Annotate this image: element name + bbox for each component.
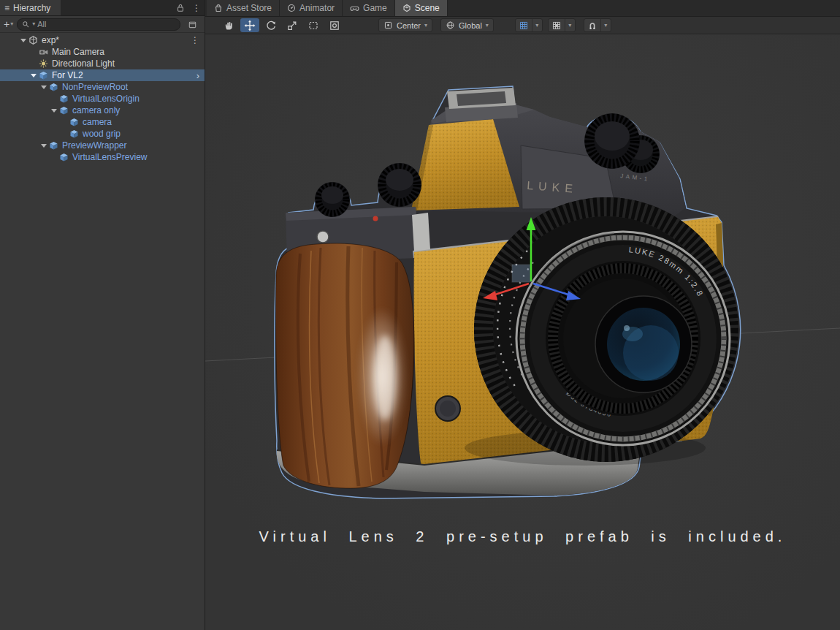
prefab-icon	[38, 70, 49, 80]
rect-tool[interactable]	[304, 18, 323, 32]
view-hand-tool[interactable]	[219, 18, 238, 32]
prefab-open-arrow[interactable]: ›	[196, 69, 199, 81]
silver-button	[317, 231, 329, 243]
lens: LUKE 28mm 1:2.8 Ø52 3784056	[474, 197, 738, 462]
hierarchy-row-camera[interactable]: camera	[0, 116, 205, 128]
animator-icon	[287, 4, 296, 12]
prefab-icon	[58, 105, 69, 115]
foldout-arrow[interactable]	[29, 74, 38, 77]
tab-game[interactable]: Game	[343, 0, 395, 16]
prefab-icon	[58, 94, 69, 104]
tab-animator[interactable]: Animator	[280, 0, 343, 16]
item-label: PreviewWrapper	[62, 140, 126, 151]
panel-menu-icon: ≡	[4, 4, 9, 12]
grid-visibility-button[interactable]: ▾	[515, 18, 543, 32]
rect-tool-icon	[308, 20, 319, 31]
hierarchy-row-nonpreviewroot[interactable]: NonPreviewRoot	[0, 81, 205, 93]
hierarchy-row-wood-grip[interactable]: wood grip	[0, 128, 205, 140]
hierarchy-row-previewwrapper[interactable]: PreviewWrapper	[0, 140, 205, 151]
foldout-arrow[interactable]	[50, 109, 58, 113]
scene-caption: Virtual Lens 2 pre-setup prefab is inclu…	[205, 528, 840, 545]
rotate-tool[interactable]	[261, 18, 280, 32]
center-pivot-icon	[383, 20, 393, 30]
pivot-label: Center	[397, 21, 421, 30]
item-label: VirtualLensPreview	[72, 152, 148, 162]
globe-icon	[446, 20, 455, 30]
hierarchy-row-virtuallensorigin[interactable]: VirtualLensOrigin	[0, 93, 205, 105]
item-label: For VL2	[52, 70, 83, 80]
tab-label: Animator	[299, 3, 335, 13]
scene-more-icon[interactable]: ⋮	[191, 34, 199, 46]
search-icon	[22, 20, 30, 29]
hierarchy-row-directional-light[interactable]: Directional Light	[0, 58, 205, 69]
search-input[interactable]: ▾ All	[17, 18, 180, 31]
item-label: wood grip	[83, 129, 121, 139]
hierarchy-panel: ≡ Hierarchy ⋮ +▾ ▾ All exp* ⋮	[0, 0, 205, 630]
hierarchy-row-scene[interactable]: exp* ⋮	[0, 34, 205, 46]
move-tool[interactable]	[240, 18, 259, 32]
search-filter-caret[interactable]: ▾	[32, 21, 35, 27]
add-object-button[interactable]: +▾	[4, 19, 13, 29]
camera-icon	[38, 47, 49, 57]
sync-port-inner	[440, 401, 456, 417]
item-label: Directional Light	[52, 58, 115, 69]
scale-tool[interactable]	[283, 18, 302, 32]
scene-toolbar: Center ▾ Global ▾ ▾ ▾ ▾	[205, 17, 840, 34]
snap-grid-icon	[551, 20, 562, 31]
prefab-icon	[48, 140, 59, 151]
transform-icon	[329, 20, 340, 31]
hierarchy-tree: exp* ⋮ Main Camera Directional Light For…	[0, 33, 205, 163]
pivot-dropdown[interactable]: Center ▾	[378, 18, 432, 32]
orientation-label: Global	[459, 21, 482, 30]
panel-more-icon[interactable]: ⋮	[188, 0, 205, 15]
unity-scene-icon	[28, 35, 39, 45]
scene-name: exp*	[42, 35, 59, 45]
foldout-arrow[interactable]	[39, 86, 48, 89]
prefab-icon	[69, 129, 80, 139]
search-value: All	[37, 20, 46, 29]
hierarchy-row-camera-only[interactable]: camera only	[0, 105, 205, 116]
snap-increment-button[interactable]: ▾	[548, 18, 576, 32]
foldout-arrow[interactable]	[39, 144, 48, 148]
orientation-dropdown[interactable]: Global ▾	[440, 18, 494, 32]
tab-scene[interactable]: Scene	[395, 0, 448, 16]
tab-label: Game	[363, 3, 387, 13]
hierarchy-row-main-camera[interactable]: Main Camera	[0, 46, 205, 58]
snap-settings-button[interactable]: ▾	[584, 18, 611, 32]
hierarchy-header: ≡ Hierarchy ⋮	[0, 0, 205, 16]
prefab-icon	[48, 82, 59, 92]
scene-viewport[interactable]: LUKE JAM-1	[205, 34, 840, 630]
view-tabbar: Asset Store Animator Game Scene	[205, 0, 840, 17]
move-icon	[244, 20, 256, 31]
grid-icon	[519, 20, 529, 31]
item-label: camera	[83, 117, 112, 127]
hand-icon	[223, 20, 234, 31]
wood-grip	[275, 243, 416, 488]
item-label: Main Camera	[52, 47, 104, 57]
hierarchy-row-virtuallenspreview[interactable]: VirtualLensPreview	[0, 151, 205, 163]
shutter-indicator	[373, 216, 378, 221]
scale-icon	[286, 20, 298, 31]
item-label: VirtualLensOrigin	[72, 94, 140, 104]
lock-icon[interactable]	[172, 0, 188, 15]
foldout-arrow[interactable]	[19, 39, 28, 42]
light-icon	[38, 58, 49, 69]
hierarchy-row-for-vl2[interactable]: For VL2 ›	[0, 69, 205, 81]
hierarchy-tab[interactable]: ≡ Hierarchy	[0, 0, 61, 15]
transform-tool[interactable]	[325, 18, 344, 32]
gizmo-plane-handle[interactable]	[512, 265, 531, 282]
tab-label: Asset Store	[226, 3, 272, 13]
window-options-icon[interactable]	[184, 20, 201, 29]
hot-shoe	[445, 88, 518, 122]
asset-store-icon	[214, 4, 223, 12]
item-label: camera only	[72, 105, 120, 115]
tab-label: Scene	[415, 3, 440, 13]
prefab-icon	[69, 117, 80, 127]
camera-model[interactable]: LUKE JAM-1	[275, 86, 741, 498]
prefab-icon	[58, 152, 69, 162]
tab-asset-store[interactable]: Asset Store	[207, 0, 280, 16]
main-area: Asset Store Animator Game Scene	[205, 0, 840, 630]
item-label: NonPreviewRoot	[62, 82, 128, 92]
scene-icon	[402, 4, 411, 12]
panel-title: Hierarchy	[13, 3, 50, 13]
